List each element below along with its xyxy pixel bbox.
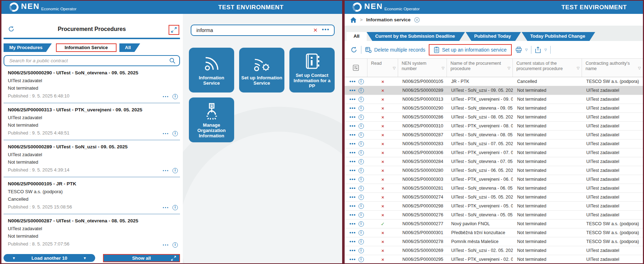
setup-information-service-button[interactable]: Set up an information service [429, 44, 511, 56]
table-row[interactable]: i×N006/25/S00000287UITest - SoN_otevrena… [345, 131, 643, 139]
column-header[interactable]: Name of the procurement procedure▽ [447, 59, 513, 77]
print-button[interactable]: ▽ [515, 47, 528, 53]
row-menu-icon[interactable] [350, 170, 355, 171]
info-icon[interactable]: i [359, 195, 364, 200]
table-row[interactable]: i×N006/25/P00000301Předběžná tržní konzu… [345, 228, 643, 237]
procedure-list-item[interactable]: N006/25/S00000290 - UITest - SoN_otevren… [4, 66, 180, 103]
table-row[interactable]: i×N006/25/S00000278Pomník města Malešice… [345, 237, 643, 246]
row-menu-icon[interactable] [350, 152, 355, 153]
info-icon[interactable]: i [359, 204, 364, 209]
table-row[interactable]: i×N006/25/S00000284UITest - SoN_otevrena… [345, 157, 643, 166]
table-row[interactable]: i×N006/25/S00000283UITest - SoN_uzsi - 0… [345, 139, 643, 148]
table-row[interactable]: i×N006/25/S00000274UITest - SoN_uzsi - 0… [345, 193, 643, 202]
table-row[interactable]: i×N006/25/S00000281UITest - SoN_otevrena… [345, 184, 643, 193]
info-icon[interactable]: i [359, 168, 364, 173]
clear-search-icon[interactable]: ✕ [310, 27, 321, 33]
row-menu-icon[interactable] [163, 96, 169, 97]
info-icon[interactable]: i [359, 221, 364, 227]
row-menu-icon[interactable] [350, 161, 355, 162]
row-menu-icon[interactable] [163, 244, 169, 246]
filter-icon[interactable]: ▽ [393, 65, 396, 71]
row-menu-icon[interactable] [350, 99, 355, 100]
tab-all[interactable]: All [119, 43, 140, 52]
contract-search-input[interactable] [4, 55, 180, 66]
table-row[interactable]: i×N006/25/P00000298UITest - PTK_uverejne… [345, 202, 643, 211]
table-row[interactable]: i×N006/25/S00000269UITest - SoN_uzsi - 0… [345, 246, 643, 255]
refresh-button[interactable] [350, 46, 357, 53]
filter-icon[interactable]: ▽ [577, 65, 580, 71]
table-row[interactable]: i×N006/25/P00000295UITest - PTK_uverejne… [345, 255, 643, 264]
row-menu-icon[interactable] [163, 133, 169, 134]
info-icon[interactable]: i [172, 131, 178, 136]
row-menu-icon[interactable] [350, 143, 355, 144]
show-all-button[interactable]: Show all [103, 254, 180, 262]
procedure-list-item[interactable]: N006/25/P00000313 - UITest - PTK_uverejn… [4, 103, 180, 140]
info-icon[interactable]: i [172, 205, 178, 210]
tab-current-by-the-submission-deadline[interactable]: Current by the Submission Deadline [367, 32, 465, 41]
table-row[interactable]: i×N006/25/S00000280UITest - SoN_uzsi - 0… [345, 166, 643, 175]
row-menu-icon[interactable] [163, 207, 169, 208]
column-header[interactable]: Read▽ [367, 59, 398, 77]
info-icon[interactable]: i [359, 106, 364, 111]
info-icon[interactable]: i [359, 88, 364, 93]
row-menu-icon[interactable] [350, 232, 355, 233]
info-icon[interactable]: i [359, 248, 364, 253]
row-menu-icon[interactable] [350, 116, 355, 118]
home-icon[interactable] [350, 17, 356, 23]
info-icon[interactable]: i [359, 115, 364, 120]
info-icon[interactable]: i [359, 257, 364, 262]
close-breadcrumb-icon[interactable] [414, 17, 420, 23]
export-button[interactable]: ▽ [535, 47, 547, 53]
row-menu-icon[interactable] [350, 107, 355, 109]
info-icon[interactable]: i [359, 150, 364, 155]
tile-information-service[interactable]: Information Service [189, 48, 234, 93]
info-icon[interactable]: i [359, 239, 364, 244]
table-row[interactable]: i×N006/25/P00000313UITest - PTK_uverejne… [345, 95, 643, 104]
info-icon[interactable]: i [359, 212, 364, 218]
tab-my-procedures[interactable]: My Procedures [4, 43, 52, 52]
table-row[interactable]: i✓N006/25/S00000277Nový pavilon FNOLNot … [345, 220, 643, 228]
tab-all[interactable]: All [346, 32, 367, 41]
info-icon[interactable]: i [359, 159, 364, 164]
row-menu-icon[interactable] [350, 179, 355, 180]
filter-icon[interactable]: ▽ [508, 65, 511, 71]
search-icon[interactable] [169, 57, 176, 64]
row-menu-icon[interactable] [163, 170, 169, 171]
tab-today-published-change[interactable]: Today Published Change [522, 32, 595, 41]
procedure-list-item[interactable]: N006/25/S00000287 - UITest - SoN_otevren… [4, 214, 180, 251]
row-menu-icon[interactable] [350, 134, 355, 136]
row-menu-icon[interactable] [350, 214, 355, 216]
table-row[interactable]: i×N006/25/P00000306UITest - PTK_uverejne… [345, 148, 643, 157]
refresh-button[interactable] [8, 26, 15, 32]
table-row[interactable]: i×N006/25/S00000289UITest - SoN_uzsi - 0… [345, 86, 643, 95]
table-row[interactable]: i×N006/25/S00000276UITest - SoN_otevrena… [345, 211, 643, 220]
info-icon[interactable]: i [172, 168, 178, 173]
expand-panel-button[interactable] [169, 25, 179, 35]
filter-icon[interactable]: ▽ [638, 65, 642, 71]
info-icon[interactable]: i [172, 242, 178, 248]
table-row[interactable]: i×N006/25/P00000310UITest - PTK_uverejne… [345, 122, 643, 131]
tab-published-today[interactable]: Published Today [466, 32, 521, 41]
tile-set-up-information-service[interactable]: Set up Information Service [239, 48, 284, 93]
row-menu-icon[interactable] [350, 125, 355, 127]
row-menu-icon[interactable] [350, 188, 355, 189]
info-icon[interactable]: i [359, 141, 364, 147]
table-row[interactable]: i×N006/25/P00000105JR - PTKCancelledTESC… [345, 77, 643, 86]
column-header[interactable]: Current status of the procurement proced… [513, 59, 582, 77]
info-icon[interactable]: i [359, 132, 364, 138]
row-menu-icon[interactable] [350, 90, 355, 91]
filter-icon[interactable]: ▽ [442, 65, 445, 71]
info-icon[interactable]: i [359, 97, 364, 102]
info-icon[interactable]: i [359, 79, 364, 84]
launcher-search-input[interactable] [191, 27, 310, 33]
row-menu-icon[interactable] [350, 205, 355, 207]
search-options-icon[interactable]: ••• [321, 26, 334, 35]
info-icon[interactable]: i [359, 123, 364, 129]
load-more-button[interactable]: ▼ Load another 10 ▼ [4, 254, 95, 262]
table-row[interactable]: i×N006/25/S00000286UITest - SoN_uzsi - 0… [345, 113, 643, 122]
column-header[interactable]: Contracting authority's name▽ [582, 59, 643, 77]
row-menu-icon[interactable] [350, 241, 355, 242]
row-menu-icon[interactable] [350, 223, 355, 225]
procedure-list-item[interactable]: N006/25/S00000289 - UITest - SoN_uzsi - … [4, 140, 180, 177]
row-menu-icon[interactable] [350, 259, 355, 260]
